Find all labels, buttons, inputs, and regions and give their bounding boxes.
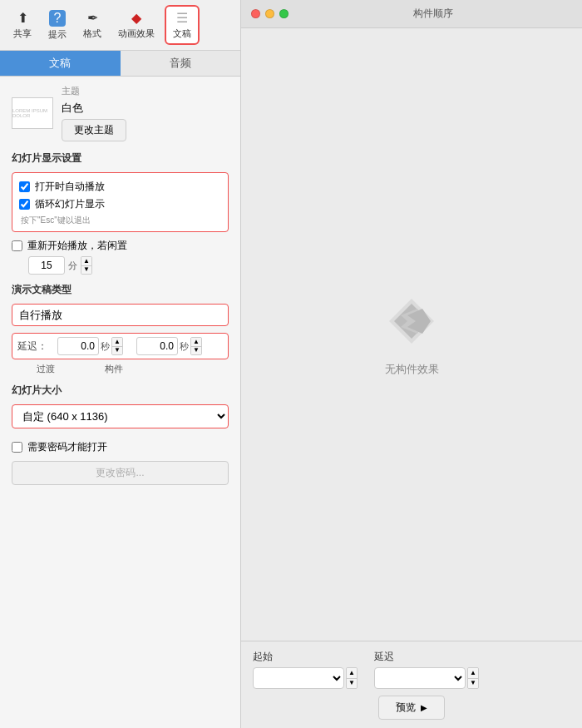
tab-audio[interactable]: 音频 [121,51,241,76]
delay-transition-input[interactable] [57,337,99,355]
db-stepper-up[interactable]: ▲ [191,338,201,347]
hint-label: 提示 [48,28,67,41]
stepper-down[interactable]: ▼ [81,266,91,275]
doc-icon: ☰ [176,10,188,26]
theme-preview-text: LOREM IPSUM DOLOR [12,108,52,118]
share-icon: ⬆ [17,10,28,26]
start-select[interactable] [253,667,344,689]
delay-down[interactable]: ▼ [468,679,478,689]
delay-build-input[interactable] [136,337,178,355]
window-title: 构件顺序 [293,7,572,21]
traffic-light-close[interactable] [251,9,260,18]
preview-label: 预览 [396,701,416,715]
slide-display-title: 幻灯片显示设置 [12,151,229,166]
change-password-button[interactable]: 更改密码... [12,461,229,485]
loop-checkbox[interactable] [19,199,30,210]
dt-stepper-down[interactable]: ▼ [112,347,122,355]
delay-transition-group: 秒 ▲ ▼ [57,337,123,355]
delay-transition-unit: 秒 [101,340,110,353]
bottom-panel: 起始 ▲ ▼ 延迟 ▲ [241,641,582,728]
toolbar-animation[interactable]: ◆ 动画效果 [111,7,161,43]
slide-size-wrapper: 自定 (640 x 1136) 标准 (4:3) 宽屏 (16:9) [12,404,229,428]
change-theme-button[interactable]: 更改主题 [62,119,126,141]
auto-play-checkbox[interactable] [19,181,30,192]
doc-label: 文稿 [173,27,191,40]
toolbar-format[interactable]: ✒ 格式 [76,7,108,43]
restart-stepper[interactable]: ▲ ▼ [81,256,92,275]
password-label: 需要密码才能打开 [27,440,107,454]
left-panel: ⬆ 共享 ? 提示 ✒ 格式 ◆ 动画效果 ☰ 文稿 文稿 音频 LOREM I… [0,0,241,728]
tab-doc[interactable]: 文稿 [0,51,121,76]
no-effect-text: 无构件效果 [385,362,439,377]
slide-size-title: 幻灯片大小 [12,384,229,398]
theme-name: 白色 [62,101,126,116]
theme-info: 主题 白色 更改主题 [62,85,126,141]
restart-minutes-input[interactable] [28,256,65,275]
password-row: 需要密码才能打开 [12,440,229,454]
presentation-type-select[interactable]: 自行播放 演讲者模式 互动 [12,305,228,325]
restart-unit: 分 [68,260,77,272]
toolbar-hint[interactable]: ? 提示 [42,7,73,44]
start-group: 起始 ▲ ▼ [253,650,358,689]
window-chrome: 构件顺序 [241,0,582,28]
theme-section: LOREM IPSUM DOLOR 主题 白色 更改主题 [12,85,229,141]
preview-button[interactable]: 预览 ▶ [378,696,445,720]
start-down[interactable]: ▼ [347,679,357,689]
animation-icon: ◆ [131,10,141,26]
restart-label: 重新开始播放，若闲置 [27,239,127,253]
delay-row: 延迟： 秒 ▲ ▼ 秒 ▲ ▼ [12,333,229,359]
presentation-type-wrapper: 自行播放 演讲者模式 互动 [12,304,229,326]
panel-content: LOREM IPSUM DOLOR 主题 白色 更改主题 幻灯片显示设置 打开时… [0,77,240,728]
restart-time-row: 分 ▲ ▼ [28,256,229,275]
right-panel: 构件顺序 无构件效果 起始 ▲ ▼ [241,0,582,728]
delay-bottom-group: 延迟 ▲ ▼ [374,650,479,689]
delay-transition-stepper[interactable]: ▲ ▼ [111,337,123,355]
traffic-light-maximize[interactable] [279,9,289,18]
presentation-title: 演示文稿类型 [12,283,229,297]
animation-label: 动画效果 [118,27,155,40]
password-checkbox[interactable] [12,442,22,453]
sub-label-build: 构件 [105,363,123,375]
format-icon: ✒ [87,10,98,26]
dt-stepper-up[interactable]: ▲ [112,338,122,347]
hint-icon: ? [49,10,66,27]
auto-play-label: 打开时自动播放 [35,180,105,194]
start-stepper[interactable]: ▲ ▼ [346,667,358,689]
start-label: 起始 [253,650,358,664]
loop-row: 循环幻灯片显示 [19,196,221,213]
preview-play-icon: ▶ [421,703,427,712]
password-section: 需要密码才能打开 更改密码... [12,440,229,485]
delay-build-unit: 秒 [180,340,189,353]
toolbar: ⬆ 共享 ? 提示 ✒ 格式 ◆ 动画效果 ☰ 文稿 [0,0,240,51]
delay-bottom-label: 延迟 [374,650,479,664]
slide-size-select[interactable]: 自定 (640 x 1136) 标准 (4:3) 宽屏 (16:9) [12,405,228,428]
preview-row: 预览 ▶ [253,696,570,720]
build-diamond-icon [382,292,441,350]
delay-label: 延迟： [17,339,47,354]
theme-preview: LOREM IPSUM DOLOR [12,97,53,129]
slide-display-group: 打开时自动播放 循环幻灯片显示 按下"Esc"键以退出 [12,172,229,232]
db-stepper-down[interactable]: ▼ [191,347,201,355]
restart-row: 重新开始播放，若闲置 [12,239,229,253]
start-delay-row: 起始 ▲ ▼ 延迟 ▲ [253,650,570,689]
auto-play-row: 打开时自动播放 [19,178,221,196]
delay-bottom-stepper[interactable]: ▲ ▼ [467,667,479,689]
sub-label-transition: 过渡 [37,363,55,375]
share-label: 共享 [13,27,32,40]
delay-build-stepper[interactable]: ▲ ▼ [190,337,202,355]
restart-checkbox[interactable] [12,240,22,251]
delay-build-group: 秒 ▲ ▼ [136,337,202,355]
format-label: 格式 [83,27,101,40]
slide-size-section: 幻灯片大小 自定 (640 x 1136) 标准 (4:3) 宽屏 (16:9) [12,384,229,428]
theme-label: 主题 [62,85,126,97]
toolbar-share[interactable]: ⬆ 共享 [7,7,38,43]
delay-bottom-select[interactable] [374,667,466,689]
tabs: 文稿 音频 [0,51,240,77]
traffic-light-minimize[interactable] [265,9,274,18]
toolbar-doc[interactable]: ☰ 文稿 [165,5,200,45]
start-up[interactable]: ▲ [347,668,357,679]
build-content: 无构件效果 [241,28,582,641]
delay-up[interactable]: ▲ [468,668,478,679]
stepper-up[interactable]: ▲ [81,257,91,266]
loop-label: 循环幻灯片显示 [35,197,105,211]
